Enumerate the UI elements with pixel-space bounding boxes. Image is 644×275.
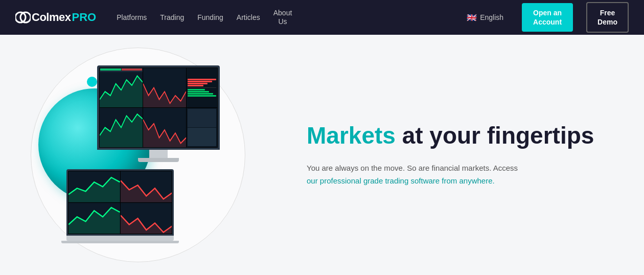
hero-title: Markets at your fingertips <box>307 122 613 149</box>
lang-label: English <box>480 13 503 21</box>
hero-graphics <box>0 35 296 275</box>
hero-text: Markets at your fingertips You are alway… <box>296 102 644 208</box>
nav-trading-link[interactable]: Trading <box>160 13 184 21</box>
monitor-base <box>138 158 179 162</box>
laptop <box>66 169 174 243</box>
hero-section: Markets at your fingertips You are alway… <box>0 35 644 275</box>
laptop-hinge <box>66 236 174 241</box>
hero-title-rest: at your fingertips <box>396 122 594 149</box>
nav-funding-link[interactable]: Funding <box>197 13 223 21</box>
monitor <box>97 65 220 162</box>
logo-icon <box>15 10 31 25</box>
hero-desc-text1: You are always on the move. So are finan… <box>307 164 518 172</box>
monitor-neck <box>149 150 168 158</box>
logo-pro-text: PRO <box>72 11 96 24</box>
nav-platforms-link[interactable]: Platforms <box>117 13 147 21</box>
hero-desc-link[interactable]: our professional grade trading software … <box>307 176 495 185</box>
small-dot <box>87 77 97 87</box>
nav-about-link[interactable]: About Us <box>273 9 292 26</box>
svg-marker-2 <box>100 76 143 107</box>
laptop-keyboard <box>61 241 179 243</box>
nav-articles-link[interactable]: Articles <box>237 13 260 21</box>
svg-marker-4 <box>100 114 143 147</box>
language-selector[interactable]: 🇬🇧 English <box>467 13 503 22</box>
svg-marker-5 <box>143 120 186 147</box>
logo-colmex-text: Colmex <box>32 11 71 24</box>
monitor-screen <box>97 65 220 150</box>
svg-marker-8 <box>68 208 120 234</box>
svg-marker-6 <box>68 177 120 202</box>
svg-marker-7 <box>121 180 172 202</box>
flag-icon: 🇬🇧 <box>467 13 477 22</box>
open-account-button[interactable]: Open an Account <box>522 3 573 32</box>
nav-links: Platforms Trading Funding Articles About… <box>117 9 456 26</box>
logo[interactable]: Colmex PRO <box>15 10 96 25</box>
hero-description: You are always on the move. So are finan… <box>307 162 521 188</box>
free-demo-button[interactable]: Free Demo <box>586 2 629 33</box>
navbar: Colmex PRO Platforms Trading Funding Art… <box>0 0 644 35</box>
svg-marker-3 <box>143 84 186 107</box>
hero-title-highlight: Markets <box>307 122 396 149</box>
laptop-screen <box>66 169 174 236</box>
